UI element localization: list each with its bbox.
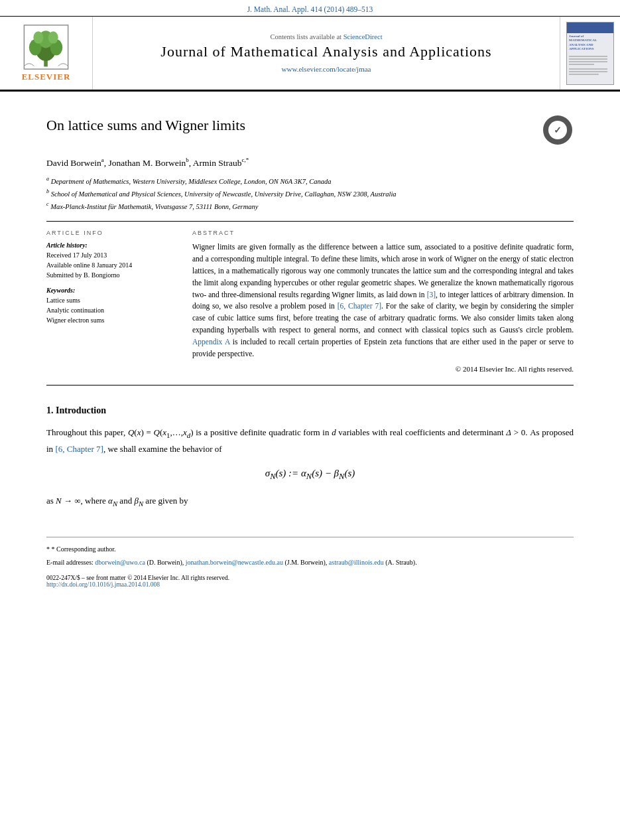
elsevier-tree-icon xyxy=(21,24,71,70)
email-3[interactable]: astraub@illinois.edu xyxy=(329,559,384,566)
journal-ref-text: J. Math. Anal. Appl. 414 (2014) 489–513 xyxy=(247,5,373,13)
crossmark-logo[interactable]: ✓ xyxy=(542,114,574,146)
article-info-label: ARTICLE INFO xyxy=(46,230,179,236)
elsevier-logo-area: ELSEVIER xyxy=(0,17,93,90)
doi-link[interactable]: http://dx.doi.org/10.1016/j.jmaa.2014.01… xyxy=(46,581,574,588)
keyword-1: Lattice sums xyxy=(46,295,179,305)
author-3: Armin Straub xyxy=(193,158,242,168)
email-2[interactable]: jonathan.borwein@newcastle.edu.au xyxy=(186,559,283,566)
svg-point-5 xyxy=(33,31,43,44)
journal-url[interactable]: www.elsevier.com/locate/jmaa xyxy=(282,65,371,73)
history-title: Article history: xyxy=(46,242,179,249)
article-title-row: On lattice sums and Wigner limits ✓ xyxy=(46,117,574,146)
svg-text:✓: ✓ xyxy=(554,125,562,135)
article-info-abstract: ARTICLE INFO Article history: Received 1… xyxy=(46,230,574,373)
main-content: On lattice sums and Wigner limits ✓ Davi… xyxy=(0,92,620,601)
email-1[interactable]: dborwein@uwo.ca xyxy=(95,559,145,566)
footer-area: * * Corresponding author. E-mail address… xyxy=(46,537,574,588)
divider-1 xyxy=(46,221,574,222)
keywords-title: Keywords: xyxy=(46,287,179,294)
ref-3-link[interactable]: [3] xyxy=(427,291,436,299)
divider-2 xyxy=(46,385,574,385)
journal-cover-image: Journal ofMATHEMATICALANALYSIS ANDAPPLIC… xyxy=(566,22,614,85)
abstract-text: Wigner limits are given formally as the … xyxy=(192,242,574,360)
email-note: E-mail addresses: dborwein@uwo.ca (D. Bo… xyxy=(46,557,574,568)
ref-6-link[interactable]: [6, Chapter 7] xyxy=(338,302,381,310)
intro-para-1: Throughout this paper, Q(x) = Q(x1,…,xd)… xyxy=(46,425,574,456)
affil-c: c Max-Planck-Institut für Mathematik, Vi… xyxy=(46,200,574,212)
affil-b: b School of Mathematical and Physical Sc… xyxy=(46,188,574,199)
top-journal-ref: J. Math. Anal. Appl. 414 (2014) 489–513 xyxy=(0,0,620,17)
svg-point-6 xyxy=(48,31,58,44)
author-3-sup: c,* xyxy=(242,157,249,163)
keyword-3: Wigner electron sums xyxy=(46,315,179,325)
affil-a: a Department of Mathematics, Western Uni… xyxy=(46,175,574,186)
keywords-block: Keywords: Lattice sums Analytic continua… xyxy=(46,287,179,325)
section-1-heading: 1. Introduction xyxy=(46,405,574,416)
intro-para-2: as N → ∞, where αN and βN are given by xyxy=(46,494,574,510)
elsevier-logo: ELSEVIER xyxy=(21,24,71,82)
affiliations: a Department of Mathematics, Western Uni… xyxy=(46,175,574,212)
received-text: Received 17 July 2013 xyxy=(46,250,179,260)
author-2: Jonathan M. Borwein xyxy=(109,158,186,168)
article-history-block: Article history: Received 17 July 2013 A… xyxy=(46,242,179,280)
author-2-sup: b xyxy=(186,157,189,163)
authors-line: David Borweina, Jonathan M. Borweinb, Ar… xyxy=(46,157,574,169)
abstract-column: ABSTRACT Wigner limits are given formall… xyxy=(192,230,574,373)
appendix-a-link[interactable]: Appendix A xyxy=(192,338,230,346)
formula-sigma: σN(s) := αN(s) − βN(s) xyxy=(46,468,574,482)
article-title: On lattice sums and Wigner limits xyxy=(46,117,245,134)
submitted-text: Submitted by B. Bongiorno xyxy=(46,270,179,280)
available-online-text: Available online 8 January 2014 xyxy=(46,260,179,270)
journal-cover-right: Journal ofMATHEMATICALANALYSIS ANDAPPLIC… xyxy=(560,17,620,90)
journal-name: Journal of Mathematical Analysis and App… xyxy=(160,42,491,62)
ref-6-intro-link[interactable]: [6, Chapter 7] xyxy=(55,444,103,454)
author-1: David Borwein xyxy=(46,158,101,168)
elsevier-brand-text: ELSEVIER xyxy=(22,72,71,82)
journal-header: ELSEVIER Contents lists available at Sci… xyxy=(0,17,620,92)
keyword-2: Analytic continuation xyxy=(46,305,179,315)
page: J. Math. Anal. Appl. 414 (2014) 489–513 xyxy=(0,0,620,840)
journal-title-center: Contents lists available at ScienceDirec… xyxy=(93,17,560,90)
corresponding-author-note: * * Corresponding author. xyxy=(46,544,574,555)
crossmark-icon: ✓ xyxy=(542,115,573,145)
article-info-column: ARTICLE INFO Article history: Received 1… xyxy=(46,230,179,373)
author-1-sup: a xyxy=(101,157,104,163)
contents-available-text: Contents lists available at ScienceDirec… xyxy=(270,33,382,40)
sciencedirect-link[interactable]: ScienceDirect xyxy=(343,33,383,40)
copyright-text: © 2014 Elsevier Inc. All rights reserved… xyxy=(192,365,574,373)
license-text: 0022-247X/$ – see front matter © 2014 El… xyxy=(46,575,574,581)
abstract-label: ABSTRACT xyxy=(192,230,574,236)
